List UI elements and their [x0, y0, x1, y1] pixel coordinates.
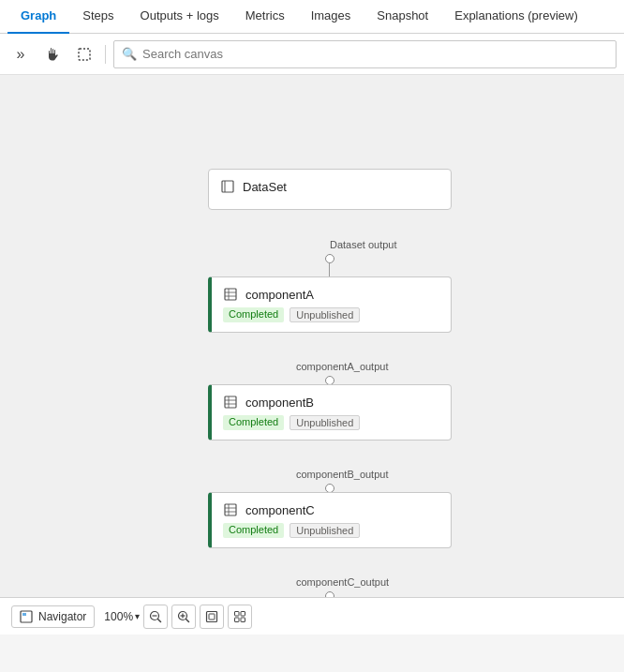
svg-rect-26 — [235, 611, 240, 616]
dataset-node[interactable]: DataSet — [208, 169, 452, 210]
zoom-chevron-icon: ▾ — [135, 611, 140, 621]
dataset-title: DataSet — [243, 180, 287, 194]
componentB-icon — [223, 395, 238, 410]
svg-rect-11 — [225, 504, 236, 515]
svg-rect-24 — [207, 611, 217, 621]
tab-outputs-logs[interactable]: Outputs + logs — [127, 0, 232, 34]
componentB-badges: Completed Unpublished — [223, 415, 439, 430]
componentB-status: Completed — [223, 415, 284, 430]
fit-view-button[interactable] — [200, 605, 224, 629]
componentC-status: Completed — [223, 523, 284, 538]
componentB-publish: Unpublished — [290, 415, 360, 430]
componentA-status: Completed — [223, 307, 284, 322]
svg-line-23 — [186, 619, 189, 621]
search-icon: 🔍 — [122, 47, 137, 61]
svg-rect-16 — [22, 613, 26, 616]
componentB-node[interactable]: componentB Completed Unpublished — [208, 384, 452, 441]
navigator-button[interactable]: Navigator — [11, 605, 95, 628]
componentA-title: componentA — [245, 288, 314, 302]
zoom-out-button[interactable] — [143, 605, 168, 629]
componentC-node-header: componentC — [223, 502, 439, 517]
dataset-icon — [220, 179, 235, 194]
tab-images[interactable]: Images — [298, 0, 364, 34]
dataset-node-header: DataSet — [220, 179, 439, 194]
componentA-publish: Unpublished — [290, 307, 360, 322]
bottom-bar: Navigator 100% ▾ — [0, 597, 624, 635]
zoom-controls: 100% ▾ — [104, 605, 252, 629]
grid-view-button[interactable] — [228, 605, 252, 629]
expand-icon[interactable]: » — [7, 41, 34, 67]
svg-rect-15 — [21, 611, 32, 622]
svg-rect-28 — [235, 618, 240, 622]
tab-explanations[interactable]: Explanations (preview) — [441, 0, 591, 34]
svg-rect-7 — [225, 396, 236, 408]
componentA-node[interactable]: componentA Completed Unpublished — [208, 276, 452, 333]
componentA-badges: Completed Unpublished — [223, 307, 439, 322]
componentB-output-label: componentB_output — [296, 469, 388, 480]
componentA-output-label: componentA_output — [296, 361, 388, 372]
connector-dot-1 — [325, 254, 334, 263]
tab-steps[interactable]: Steps — [69, 0, 126, 34]
componentB-title: componentB — [245, 396, 314, 410]
svg-rect-0 — [79, 49, 90, 60]
componentA-node-header: componentA — [223, 287, 439, 302]
zoom-in-button[interactable] — [171, 605, 196, 629]
componentB-node-header: componentB — [223, 395, 439, 410]
componentC-icon — [223, 502, 238, 517]
svg-rect-29 — [241, 618, 245, 622]
tab-graph[interactable]: Graph — [7, 0, 69, 34]
pan-icon[interactable] — [39, 41, 66, 67]
zoom-level[interactable]: 100% ▾ — [104, 610, 140, 623]
svg-rect-25 — [209, 614, 215, 620]
dataset-output-label: Dataset output — [330, 239, 397, 250]
canvas: DataSet Dataset output componentA_input … — [0, 75, 624, 635]
tabs-bar: Graph Steps Outputs + logs Metrics Image… — [0, 0, 624, 34]
componentC-node[interactable]: componentC Completed Unpublished — [208, 492, 452, 548]
tab-metrics[interactable]: Metrics — [232, 0, 298, 34]
svg-line-19 — [158, 619, 161, 621]
componentA-icon — [223, 287, 238, 302]
componentC-output-label: componentC_output — [296, 576, 389, 588]
select-icon[interactable] — [71, 41, 97, 67]
search-box[interactable]: 🔍 — [113, 40, 617, 68]
svg-rect-27 — [241, 611, 245, 616]
zoom-value: 100% — [104, 610, 133, 623]
svg-rect-3 — [225, 289, 236, 300]
componentC-badges: Completed Unpublished — [223, 523, 439, 538]
toolbar: » 🔍 — [0, 34, 624, 75]
componentC-publish: Unpublished — [290, 523, 360, 538]
toolbar-divider — [105, 45, 106, 64]
tab-snapshot[interactable]: Snapshot — [364, 0, 441, 34]
search-input[interactable] — [142, 47, 608, 61]
svg-rect-1 — [222, 181, 233, 192]
navigator-label: Navigator — [38, 610, 86, 623]
componentC-title: componentC — [245, 503, 315, 517]
